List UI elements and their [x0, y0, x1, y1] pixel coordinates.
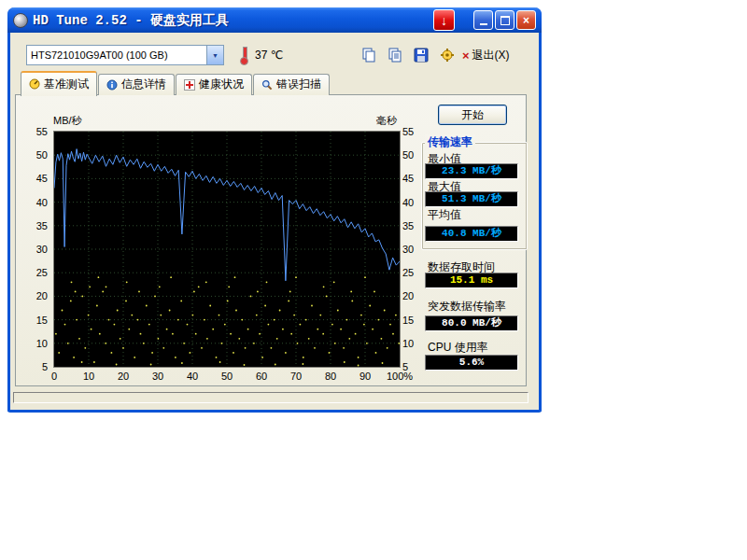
tab-bar: 基准测试 信息详情 健康状况	[21, 76, 331, 95]
tab-error-scan[interactable]: 错误扫描	[253, 74, 330, 95]
exit-button[interactable]: × 退出(X)	[459, 46, 513, 64]
y-tick-label: 5	[20, 361, 48, 372]
window-title: HD Tune 2.52 - 硬盘实用工具	[33, 12, 229, 29]
tab-health[interactable]: 健康状况	[176, 74, 252, 95]
y-tick-label: 10	[402, 338, 430, 349]
y-tick-label: 35	[20, 220, 48, 231]
close-button[interactable]: ×	[516, 10, 536, 30]
copy-text-button[interactable]	[385, 46, 405, 64]
y-axis-left: 555045403530252015105	[18, 132, 49, 367]
y-tick-label: 30	[20, 244, 48, 255]
tab-label: 信息详情	[121, 77, 166, 92]
maximize-icon	[500, 16, 510, 25]
y-tick-label: 45	[20, 173, 48, 184]
avg-value: 40.8 MB/秒	[425, 226, 518, 242]
combo-dropdown-button[interactable]: ▼	[206, 46, 223, 64]
drive-select-combobox[interactable]: HTS721010G9AT00 (100 GB) ▼	[26, 45, 224, 65]
y-tick-label: 10	[20, 338, 48, 349]
chevron-down-icon: ▼	[212, 52, 218, 59]
save-icon	[414, 48, 429, 63]
max-value: 51.3 MB/秒	[425, 191, 518, 207]
close-icon: ×	[523, 15, 529, 26]
thermometer-icon	[240, 47, 249, 64]
exit-x-icon: ×	[462, 49, 470, 62]
save-screenshot-button[interactable]	[411, 46, 431, 64]
info-icon	[106, 79, 118, 91]
minimize-button[interactable]	[473, 10, 493, 30]
y-axis-unit-right: 毫秒	[376, 114, 397, 128]
tab-benchmark[interactable]: 基准测试	[21, 71, 97, 96]
toolbar-icons	[359, 46, 458, 64]
burst-rate-label: 突发数据传输率	[428, 299, 506, 315]
y-tick-label: 55	[20, 126, 48, 137]
start-button[interactable]: 开始	[438, 105, 507, 125]
x-tick-label: 40	[187, 371, 198, 382]
x-tick-label: 100%	[387, 371, 413, 382]
download-button[interactable]: ↓	[433, 9, 455, 31]
tab-label: 错误扫描	[276, 77, 321, 92]
transfer-rate-group-title: 传输速率	[425, 134, 475, 150]
cpu-usage-label: CPU 使用率	[428, 340, 488, 356]
y-tick-label: 20	[20, 290, 48, 301]
burst-rate-value: 80.0 MB/秒	[425, 315, 518, 331]
tab-label: 基准测试	[44, 77, 89, 92]
window-client-area: HTS721010G9AT00 (100 GB) ▼ 37 ℃	[10, 33, 539, 407]
titlebar[interactable]: HD Tune 2.52 - 硬盘实用工具 ↓ ×	[7, 7, 542, 33]
hdtune-window: HD Tune 2.52 - 硬盘实用工具 ↓ × HTS721010G9AT0…	[7, 7, 542, 413]
x-tick-label: 50	[221, 371, 233, 382]
exit-label: 退出(X)	[472, 48, 510, 63]
access-time-value: 15.1 ms	[425, 273, 518, 288]
tab-label: 健康状况	[199, 77, 244, 92]
y-axis-unit-left: MB/秒	[53, 114, 82, 128]
magnifier-icon	[261, 79, 273, 91]
benchmark-chart	[53, 131, 401, 368]
x-tick-label: 30	[152, 371, 163, 382]
benchmark-panel: MB/秒 毫秒 555045403530252015105 5550454035…	[15, 94, 527, 386]
x-tick-label: 70	[290, 371, 302, 382]
app-icon	[13, 13, 28, 28]
y-tick-label: 50	[20, 149, 48, 161]
minimize-icon	[480, 23, 487, 25]
desktop: HD Tune 2.52 - 硬盘实用工具 ↓ × HTS721010G9AT0…	[0, 0, 747, 560]
download-arrow-icon: ↓	[441, 14, 447, 27]
options-button[interactable]	[437, 46, 458, 64]
y-tick-label: 40	[20, 197, 48, 208]
x-tick-label: 80	[325, 371, 336, 382]
x-axis: 0102030405060708090100%	[54, 371, 400, 384]
x-tick-label: 10	[83, 371, 94, 382]
y-tick-label: 20	[402, 290, 430, 301]
y-tick-label: 15	[20, 315, 48, 326]
options-gear-icon	[440, 48, 455, 63]
health-cross-icon	[184, 79, 195, 91]
tab-info[interactable]: 信息详情	[98, 74, 175, 95]
drive-select-value: HTS721010G9AT00 (100 GB)	[27, 49, 206, 61]
copy-screenshot-button[interactable]	[359, 46, 379, 64]
x-tick-label: 90	[359, 371, 371, 382]
min-value: 23.3 MB/秒	[425, 163, 518, 179]
x-tick-label: 60	[256, 371, 267, 382]
avg-label: 平均值	[428, 207, 461, 223]
benchmark-gauge-icon	[29, 78, 40, 90]
x-tick-label: 0	[51, 371, 57, 382]
cpu-usage-value: 5.6%	[425, 355, 518, 371]
status-bar	[13, 392, 529, 403]
x-tick-label: 20	[118, 371, 129, 382]
copy-icon	[361, 48, 376, 63]
maximize-button[interactable]	[495, 10, 514, 30]
temperature-reading: 37 ℃	[255, 49, 283, 62]
y-tick-label: 25	[20, 267, 48, 278]
copy-text-icon	[388, 48, 402, 63]
